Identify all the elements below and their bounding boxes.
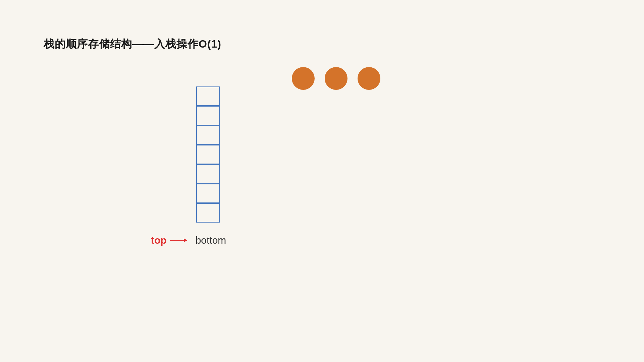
circle-3 (358, 67, 380, 90)
circle-2 (325, 67, 347, 90)
stack-cell-3 (196, 145, 220, 164)
page-title: 栈的顺序存储结构——入栈操作O(1) (44, 37, 221, 52)
stack-cell-1 (196, 106, 220, 125)
arrow-icon (170, 240, 187, 241)
stack-cell-2 (196, 125, 220, 145)
stack-array (196, 86, 220, 223)
top-label: top (151, 235, 167, 246)
stack-labels: top bottom (151, 235, 226, 246)
circle-1 (292, 67, 315, 90)
stack-cell-0 (196, 86, 220, 106)
stack-cell-6 (196, 203, 220, 223)
bottom-label: bottom (196, 235, 226, 246)
stack-cell-5 (196, 184, 220, 203)
circles-group (292, 67, 380, 90)
stack-cell-4 (196, 164, 220, 184)
